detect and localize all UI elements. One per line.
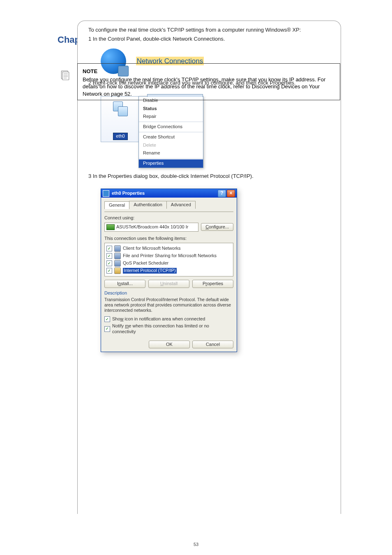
checkbox-icon[interactable]: ✓ <box>106 260 112 266</box>
connect-using-label: Connect using: <box>104 215 233 221</box>
cancel-button[interactable]: Cancel <box>192 341 233 349</box>
list-item[interactable]: ✓ QoS Packet Scheduler <box>106 260 231 267</box>
checkbox-icon[interactable]: ✓ <box>106 246 112 251</box>
show-icon-checkbox[interactable]: ✓ Show icon in notification area when co… <box>104 316 233 322</box>
menu-properties[interactable]: Properties <box>139 159 203 168</box>
menu-separator <box>139 132 203 132</box>
menu-bridge[interactable]: Bridge Connections <box>139 123 203 131</box>
item-label: File and Printer Sharing for Microsoft N… <box>123 253 217 259</box>
configure-button[interactable]: Configure... <box>201 223 233 231</box>
item-label: Internet Protocol (TCP/IP) <box>123 268 177 274</box>
menu-separator <box>139 122 203 122</box>
menu-rename[interactable]: Rename <box>139 149 203 157</box>
tab-authentication[interactable]: Authentication <box>129 201 167 209</box>
uses-items-label: This connection uses the following items… <box>104 236 233 242</box>
fileprint-icon <box>114 253 121 259</box>
checkbox-icon[interactable]: ✓ <box>104 326 110 332</box>
adapter-field[interactable]: ASUSTeK/Broadcom 440x 10/100 Ir <box>104 223 198 232</box>
step-3: 3 In the Properties dialog box, double-c… <box>88 173 330 180</box>
install-button[interactable]: Install... <box>104 280 145 288</box>
list-item[interactable]: ✓ Client for Microsoft Networks <box>106 245 231 252</box>
qos-icon <box>114 260 121 267</box>
uninstall-button: Uninstall <box>148 280 189 288</box>
intro-text: To configure the real time clock's TCP/I… <box>88 27 330 33</box>
close-icon[interactable]: × <box>227 190 235 197</box>
context-menu: Disable Status Repair Bridge Connections… <box>138 96 203 168</box>
menu-repair[interactable]: Repair <box>139 113 203 121</box>
tcpip-icon <box>114 267 121 274</box>
tab-strip: General Authentication Advanced <box>104 201 233 209</box>
menu-delete: Delete <box>139 141 203 150</box>
note-text: Before you configure the real time clock… <box>83 76 335 98</box>
checkbox-icon[interactable]: ✓ <box>104 316 110 322</box>
description-heading: Description <box>104 290 233 296</box>
list-item-selected[interactable]: ✓ Internet Protocol (TCP/IP) <box>106 267 231 274</box>
ok-button[interactable]: OK <box>149 341 190 349</box>
checkbox-icon[interactable]: ✓ <box>106 253 112 259</box>
note-box: NOTE Before you configure the real time … <box>77 63 340 100</box>
item-label: QoS Packet Scheduler <box>123 260 168 266</box>
tab-general[interactable]: General <box>104 201 129 209</box>
note-heading: NOTE <box>83 68 335 75</box>
page-number: 53 <box>0 542 392 547</box>
checkbox-icon[interactable]: ✓ <box>106 268 112 274</box>
eth0-context-menu-figure: eth0 Disable Status Repair Bridge Connec… <box>101 96 330 168</box>
nic-titlebar-icon <box>103 190 109 197</box>
list-item[interactable]: ✓ File and Printer Sharing for Microsoft… <box>106 252 231 260</box>
svg-rect-1 <box>62 72 69 80</box>
help-button-icon[interactable]: ? <box>218 190 226 197</box>
menu-create-shortcut[interactable]: Create Shortcut <box>139 133 203 141</box>
eth0-label: eth0 <box>113 133 127 140</box>
dialog-title: eth0 Properties <box>112 191 145 196</box>
page: Chapter 7: Specifying TCP/IP Settings To… <box>0 0 392 555</box>
eth0-card[interactable]: eth0 <box>101 96 140 142</box>
menu-separator <box>139 158 203 159</box>
tab-advanced[interactable]: Advanced <box>166 201 196 209</box>
description-text: Transmission Control Protocol/Internet P… <box>104 297 233 313</box>
menu-status[interactable]: Status <box>139 105 203 113</box>
note-page-icon <box>60 70 71 81</box>
nic-chip-icon <box>106 224 115 230</box>
notify-checkbox[interactable]: ✓ Notify me when this connection has lim… <box>104 323 233 335</box>
dialog-body: General Authentication Advanced Connect … <box>101 198 237 352</box>
items-list[interactable]: ✓ Client for Microsoft Networks ✓ File a… <box>104 243 233 276</box>
client-icon <box>114 245 121 252</box>
titlebar[interactable]: eth0 Properties ? × <box>101 189 237 198</box>
adapter-name: ASUSTeK/Broadcom 440x 10/100 Ir <box>116 224 188 230</box>
item-label: Client for Microsoft Networks <box>123 246 181 251</box>
eth0-properties-dialog: eth0 Properties ? × General Authenticati… <box>101 189 237 352</box>
properties-button[interactable]: Properties <box>192 280 233 288</box>
step-1: 1 In the Control Panel, double-click Net… <box>88 36 330 42</box>
nic-icon <box>112 101 129 117</box>
